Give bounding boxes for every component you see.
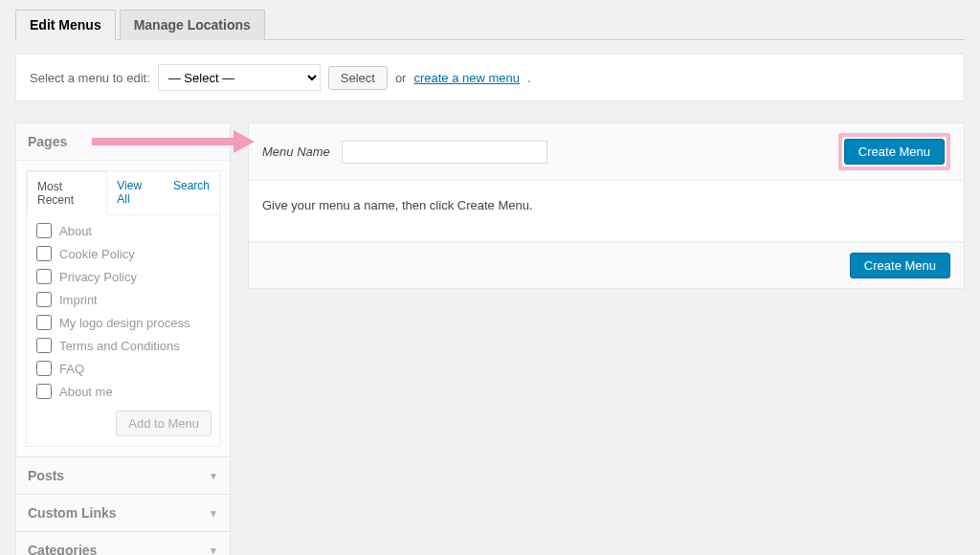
create-new-menu-link[interactable]: create a new menu xyxy=(413,71,520,85)
menu-body-text: Give your menu a name, then click Create… xyxy=(249,181,964,242)
pages-list: About Cookie Policy Privacy Policy Impri… xyxy=(27,215,219,411)
page-item[interactable]: Imprint xyxy=(34,288,212,311)
select-button[interactable]: Select xyxy=(328,66,388,90)
caret-down-icon: ▼ xyxy=(209,471,218,481)
pages-inner-tabs: Most Recent View All Search xyxy=(27,171,219,215)
select-menu-label: Select a menu to edit: xyxy=(30,71,150,85)
accordion-custom-links-header[interactable]: Custom Links ▼ xyxy=(16,495,230,531)
accordion-categories: Categories ▼ xyxy=(15,531,231,555)
accordion-custom-links: Custom Links ▼ xyxy=(15,494,231,532)
page-item[interactable]: My logo design process xyxy=(34,311,212,334)
pages-tab-search[interactable]: Search xyxy=(164,171,219,214)
page-item[interactable]: FAQ xyxy=(34,357,212,380)
accordion-posts-header[interactable]: Posts ▼ xyxy=(16,457,230,494)
menu-edit-area: Menu Name Create Menu Give your menu a n… xyxy=(248,122,965,289)
nav-tabs: Edit Menus Manage Locations xyxy=(15,10,965,40)
page-item[interactable]: Privacy Policy xyxy=(34,265,212,288)
menu-name-input[interactable] xyxy=(342,141,547,164)
page-item[interactable]: About xyxy=(34,219,212,242)
caret-down-icon: ▼ xyxy=(209,545,218,556)
or-text: or xyxy=(395,71,407,85)
create-menu-button-bottom[interactable]: Create Menu xyxy=(850,253,950,278)
caret-up-icon: ▲ xyxy=(209,137,218,147)
page-checkbox[interactable] xyxy=(36,292,52,307)
page-checkbox[interactable] xyxy=(36,384,52,399)
page-checkbox[interactable] xyxy=(36,338,52,353)
page-item[interactable]: Terms and Conditions xyxy=(34,334,212,357)
page-checkbox[interactable] xyxy=(36,269,52,284)
caret-down-icon: ▼ xyxy=(209,508,218,519)
accordion-posts: Posts ▼ xyxy=(15,456,231,495)
pages-tab-view-all[interactable]: View All xyxy=(107,171,164,214)
sidebar: Pages ▲ Most Recent View All Search Abou… xyxy=(15,122,231,555)
pages-tab-most-recent[interactable]: Most Recent xyxy=(27,171,107,215)
accordion-pages: Pages ▲ Most Recent View All Search Abou… xyxy=(15,122,231,457)
accordion-categories-title: Categories xyxy=(28,543,97,555)
accordion-pages-title: Pages xyxy=(28,134,67,149)
accordion-custom-links-title: Custom Links xyxy=(28,505,117,521)
accordion-posts-title: Posts xyxy=(28,468,64,483)
page-item[interactable]: About me xyxy=(34,380,212,403)
add-to-menu-button: Add to Menu xyxy=(116,411,212,436)
page-item[interactable]: Cookie Policy xyxy=(34,242,212,265)
page-checkbox[interactable] xyxy=(36,315,52,330)
page-checkbox[interactable] xyxy=(36,361,52,376)
menu-select-dropdown[interactable]: — Select — xyxy=(158,64,321,91)
select-menu-bar: Select a menu to edit: — Select — Select… xyxy=(15,54,965,101)
accordion-categories-header[interactable]: Categories ▼ xyxy=(16,532,230,555)
annotation-highlight: Create Menu xyxy=(838,133,950,170)
create-menu-button-top[interactable]: Create Menu xyxy=(844,139,945,165)
accordion-pages-header[interactable]: Pages ▲ xyxy=(16,123,230,160)
tab-manage-locations[interactable]: Manage Locations xyxy=(120,10,265,40)
page-checkbox[interactable] xyxy=(36,223,52,238)
tab-edit-menus[interactable]: Edit Menus xyxy=(15,10,116,40)
menu-name-label: Menu Name xyxy=(262,144,330,159)
page-checkbox[interactable] xyxy=(36,246,52,261)
